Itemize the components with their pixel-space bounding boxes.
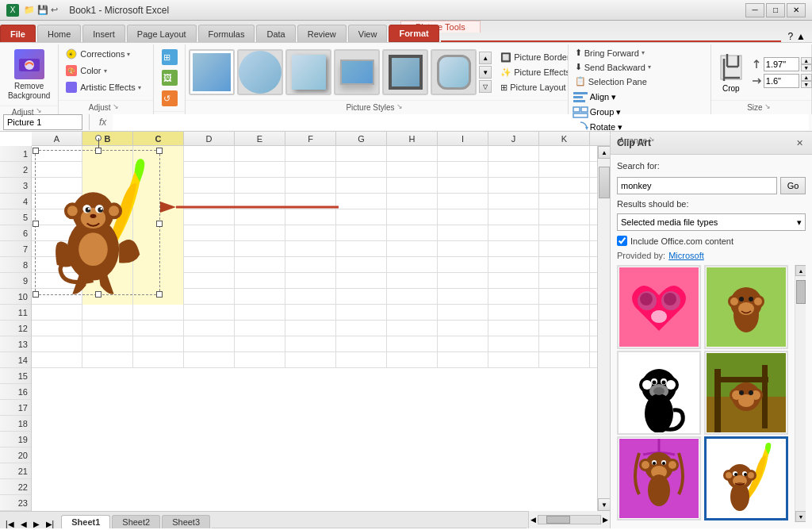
close-btn[interactable]: ✕ bbox=[787, 3, 806, 17]
row-18[interactable]: 18 bbox=[0, 416, 31, 432]
compress-pictures-btn[interactable]: ⊞ bbox=[160, 48, 179, 67]
clip-art-close-btn[interactable]: ✕ bbox=[793, 136, 806, 149]
cell[interactable] bbox=[539, 146, 590, 162]
cell[interactable] bbox=[184, 146, 235, 162]
row-17[interactable]: 17 bbox=[0, 400, 31, 416]
monkey-image-container[interactable] bbox=[35, 150, 160, 295]
clip-art-item-6[interactable] bbox=[704, 436, 788, 520]
arrange-expand-btn[interactable]: ↘ bbox=[649, 135, 660, 146]
grid-scroll-down[interactable]: ▼ bbox=[795, 511, 806, 522]
col-header-i[interactable]: I bbox=[438, 132, 488, 145]
row-3[interactable]: 3 bbox=[0, 178, 31, 194]
col-header-k[interactable]: K bbox=[539, 132, 590, 145]
cell[interactable] bbox=[235, 146, 285, 162]
scroll-up-btn[interactable]: ▲ bbox=[598, 146, 610, 159]
color-button[interactable]: 🎨 Color ▾ bbox=[62, 63, 109, 79]
adjust2-expand-btn[interactable]: ↘ bbox=[113, 102, 124, 113]
clip-art-item-1[interactable] bbox=[617, 265, 701, 349]
picture-style-5[interactable] bbox=[382, 49, 428, 95]
height-up-btn[interactable]: ▲ bbox=[801, 57, 812, 64]
go-button[interactable]: Go bbox=[780, 177, 806, 194]
row-13[interactable]: 13 bbox=[0, 336, 31, 352]
handle-tc[interactable] bbox=[95, 148, 102, 154]
style-scroll-down[interactable]: ▼ bbox=[479, 66, 492, 79]
sheet-nav-next[interactable]: ▶ bbox=[31, 520, 42, 528]
h-scroll-thumb[interactable] bbox=[546, 516, 570, 524]
cell[interactable] bbox=[285, 146, 336, 162]
arrow-shape[interactable] bbox=[160, 194, 343, 221]
grid-scroll-thumb[interactable] bbox=[796, 280, 806, 304]
handle-bc[interactable] bbox=[95, 291, 102, 298]
align-button[interactable]: Align ▾ bbox=[570, 90, 710, 104]
corrections-button[interactable]: ☀ Corrections ▾ bbox=[62, 46, 133, 62]
include-office-checkbox[interactable] bbox=[617, 236, 627, 246]
handle-ml[interactable] bbox=[33, 221, 39, 227]
sheet-tab-2[interactable]: Sheet2 bbox=[112, 515, 160, 528]
cell[interactable] bbox=[387, 146, 438, 162]
sheet-nav-first[interactable]: |◀ bbox=[3, 520, 17, 528]
h-scroll-right[interactable]: ▶ bbox=[603, 516, 608, 524]
handle-mr[interactable] bbox=[156, 221, 163, 227]
crop-button[interactable]: Crop bbox=[714, 51, 748, 94]
sheet-tab-1[interactable]: Sheet1 bbox=[61, 515, 110, 528]
restore-btn[interactable]: □ bbox=[766, 3, 785, 17]
row-7[interactable]: 7 bbox=[0, 241, 31, 257]
cell[interactable] bbox=[438, 146, 488, 162]
col-header-c[interactable]: C bbox=[133, 132, 184, 145]
sheet-nav-prev[interactable]: ◀ bbox=[18, 520, 29, 528]
row-14[interactable]: 14 bbox=[0, 352, 31, 368]
handle-tr[interactable] bbox=[156, 148, 163, 154]
tab-review[interactable]: Review bbox=[297, 25, 347, 42]
clip-art-scroll[interactable]: ▲ ▼ bbox=[795, 265, 806, 522]
adjust-expand-btn[interactable]: ↘ bbox=[36, 106, 47, 117]
grid-scroll-up[interactable]: ▲ bbox=[795, 265, 806, 276]
scroll-track[interactable] bbox=[598, 159, 610, 498]
artistic-effects-button[interactable]: Artistic Effects ▾ bbox=[62, 79, 144, 95]
row-5[interactable]: 5 bbox=[0, 209, 31, 225]
picture-styles-expand-btn[interactable]: ↘ bbox=[396, 102, 408, 113]
picture-style-2[interactable] bbox=[237, 49, 283, 95]
picture-style-3[interactable] bbox=[285, 49, 331, 95]
row-16[interactable]: 16 bbox=[0, 384, 31, 400]
height-down-btn[interactable]: ▼ bbox=[801, 64, 812, 71]
row-21[interactable]: 21 bbox=[0, 463, 31, 479]
group-button[interactable]: Group ▾ bbox=[570, 105, 710, 119]
col-header-d[interactable]: D bbox=[184, 132, 235, 145]
col-header-j[interactable]: J bbox=[488, 132, 539, 145]
col-header-a[interactable]: A bbox=[32, 132, 82, 145]
scroll-down-btn[interactable]: ▼ bbox=[598, 498, 610, 511]
tab-insert[interactable]: Insert bbox=[82, 25, 125, 42]
vertical-scrollbar[interactable]: ▲ ▼ bbox=[597, 146, 610, 511]
width-up-btn[interactable]: ▲ bbox=[801, 74, 812, 81]
tab-view[interactable]: View bbox=[348, 25, 388, 42]
row-12[interactable]: 12 bbox=[0, 321, 31, 336]
microsoft-link[interactable]: Microsoft bbox=[668, 251, 704, 260]
cell[interactable] bbox=[488, 146, 539, 162]
row-11[interactable]: 11 bbox=[0, 305, 31, 321]
picture-layout-button[interactable]: ⊞ Picture Layout ▾ bbox=[497, 81, 568, 94]
grid-scroll-track[interactable] bbox=[795, 276, 806, 511]
selection-pane-button[interactable]: 📋 Selection Pane bbox=[572, 75, 650, 88]
col-header-f[interactable]: F bbox=[285, 132, 336, 145]
row-23[interactable]: 23 bbox=[0, 495, 31, 511]
tab-format[interactable]: Format bbox=[389, 25, 439, 42]
row-10[interactable]: 10 bbox=[0, 289, 31, 305]
row-4[interactable]: 4 bbox=[0, 194, 31, 209]
cell[interactable] bbox=[336, 146, 387, 162]
sheet-tab-3[interactable]: Sheet3 bbox=[162, 515, 210, 528]
ribbon-minimize-btn[interactable]: ▲ bbox=[796, 31, 806, 42]
bring-forward-button[interactable]: ⬆ Bring Forward ▾ bbox=[572, 46, 648, 60]
picture-style-1[interactable] bbox=[189, 49, 235, 95]
height-input[interactable] bbox=[764, 57, 799, 71]
clip-art-item-5[interactable] bbox=[617, 436, 701, 520]
width-input[interactable] bbox=[764, 74, 799, 88]
row-6[interactable]: 6 bbox=[0, 225, 31, 241]
picture-border-button[interactable]: 🔲 Picture Border ▾ bbox=[497, 51, 568, 64]
picture-effects-button[interactable]: ✨ Picture Effects ▾ bbox=[497, 66, 568, 79]
remove-background-button[interactable]: RemoveBackground bbox=[3, 46, 55, 104]
h-scroll-track[interactable] bbox=[538, 515, 601, 524]
handle-br[interactable] bbox=[156, 291, 163, 298]
h-scroll-left[interactable]: ◀ bbox=[530, 516, 536, 524]
col-header-h[interactable]: H bbox=[387, 132, 438, 145]
scroll-thumb[interactable] bbox=[599, 167, 610, 198]
